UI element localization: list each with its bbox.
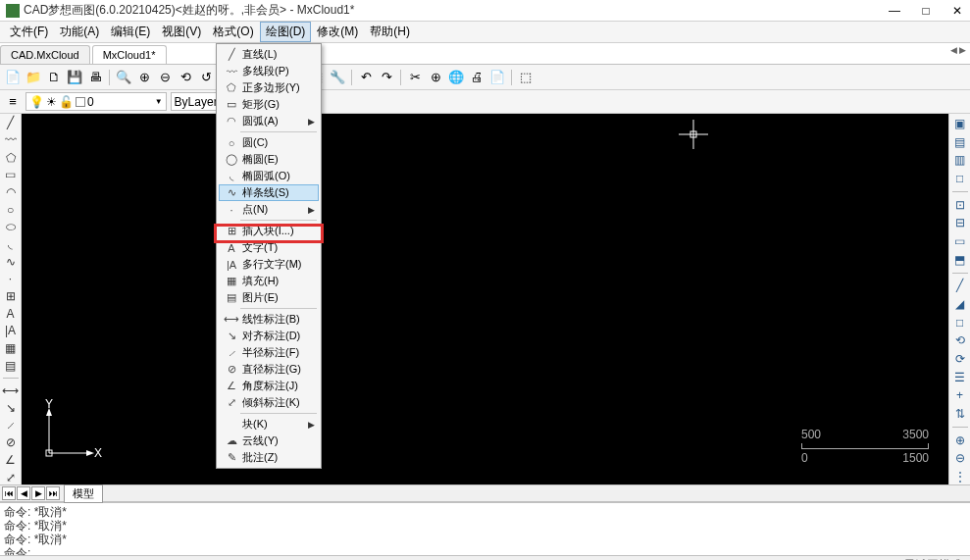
menu-item-点n[interactable]: ·点(N)▶ <box>219 201 319 218</box>
toolbar-button-10[interactable]: ↺ <box>197 69 215 86</box>
menu-item-块k[interactable]: 块(K)▶ <box>219 416 319 433</box>
menu-item-圆弧a[interactable]: ◠圆弧(A)▶ <box>219 113 319 129</box>
modify-tool-20[interactable]: ⊖ <box>951 451 969 467</box>
draw-tool-21[interactable]: ⤢ <box>2 470 20 484</box>
menu-item-直线l[interactable]: ╱直线(L) <box>219 46 319 63</box>
menu-item-角度标注j[interactable]: ∠角度标注(J) <box>219 378 319 394</box>
draw-tool-19[interactable]: ⊘ <box>2 435 20 450</box>
toolbar-button-6[interactable]: 🔍 <box>115 69 132 86</box>
menu-edit[interactable]: 编辑(E) <box>105 22 156 42</box>
menu-item-椭圆弧o[interactable]: ◟椭圆弧(O) <box>219 168 319 184</box>
modify-tool-6[interactable]: ⊟ <box>951 215 969 230</box>
menu-format[interactable]: 格式(O) <box>207 22 259 42</box>
modify-tool-2[interactable]: ▥ <box>951 152 969 168</box>
modify-tool-11[interactable]: ◢ <box>951 296 969 312</box>
maximize-button[interactable]: □ <box>919 4 933 18</box>
draw-tool-18[interactable]: ⟋ <box>2 418 20 433</box>
toolbar-button-22[interactable]: ✂ <box>406 69 424 86</box>
menu-item-云线y[interactable]: ☁云线(Y) <box>219 433 319 449</box>
menu-item-对齐标注d[interactable]: ↘对齐标注(D) <box>219 328 319 344</box>
menu-item-样条线s[interactable]: ∿样条线(S) <box>219 184 319 201</box>
menu-item-椭圆e[interactable]: ◯椭圆(E) <box>219 151 319 168</box>
draw-tool-13[interactable]: ▦ <box>2 341 20 356</box>
menu-function[interactable]: 功能(A) <box>54 22 105 42</box>
modify-tool-0[interactable]: ▣ <box>951 116 969 131</box>
menu-item-半径标注f[interactable]: ⟋半径标注(F) <box>219 344 319 361</box>
menu-view[interactable]: 视图(V) <box>156 22 207 42</box>
toolbar-button-28[interactable]: ⬚ <box>517 69 535 86</box>
toolbar-button-26[interactable]: 📄 <box>488 69 506 86</box>
minimize-button[interactable]: — <box>888 4 901 18</box>
toolbar-button-3[interactable]: 💾 <box>66 69 83 86</box>
draw-tool-7[interactable]: ◟ <box>2 237 20 252</box>
menu-item-插入块i...[interactable]: ⊞插入块(I...) <box>219 223 319 239</box>
modify-tool-7[interactable]: ▭ <box>951 233 969 249</box>
modify-tool-13[interactable]: ⟲ <box>951 332 969 348</box>
command-input[interactable]: 命令: <box>4 546 966 555</box>
modify-tool-3[interactable]: □ <box>951 171 969 186</box>
modify-tool-10[interactable]: ╱ <box>951 278 969 293</box>
draw-tool-1[interactable]: 〰 <box>2 133 20 148</box>
toolbar-button-7[interactable]: ⊕ <box>135 69 153 86</box>
modify-tool-1[interactable]: ▤ <box>951 134 969 150</box>
draw-tool-9[interactable]: · <box>2 272 20 286</box>
draw-tool-17[interactable]: ↘ <box>2 401 20 416</box>
menu-help[interactable]: 帮助(H) <box>364 22 416 42</box>
menu-item-正多边形y[interactable]: ⬠正多边形(Y) <box>219 79 319 96</box>
modify-tool-17[interactable]: ⇅ <box>951 406 969 422</box>
tab-first[interactable]: ⏮ <box>2 486 16 500</box>
modify-tool-5[interactable]: ⊡ <box>951 197 969 213</box>
draw-tool-14[interactable]: ▤ <box>2 358 20 373</box>
menu-item-多行文字m[interactable]: |A多行文字(M) <box>219 256 319 273</box>
menu-item-文字t[interactable]: A文字(T) <box>219 239 319 256</box>
draw-tool-4[interactable]: ◠ <box>2 185 20 200</box>
draw-tool-0[interactable]: ╱ <box>2 116 20 130</box>
modify-tool-21[interactable]: ⋮ <box>951 469 969 484</box>
close-button[interactable]: ✕ <box>950 4 964 18</box>
model-tab[interactable]: 模型 <box>64 484 103 503</box>
toolbar-button-17[interactable]: 🔧 <box>329 69 346 86</box>
modify-tool-14[interactable]: ⟳ <box>951 351 969 367</box>
menu-item-直径标注g[interactable]: ⊘直径标注(G) <box>219 361 319 378</box>
toolbar-button-4[interactable]: 🖶 <box>86 69 104 86</box>
drawing-canvas[interactable]: Y X 5003500 01500 <box>22 114 948 484</box>
modify-tool-16[interactable]: + <box>951 388 969 404</box>
toolbar-button-2[interactable]: 🗋 <box>45 69 63 86</box>
modify-tool-8[interactable]: ⬒ <box>951 252 969 268</box>
toolbar-button-1[interactable]: 📁 <box>25 69 42 86</box>
draw-tool-3[interactable]: ▭ <box>2 168 20 182</box>
tab-scroll-right[interactable]: ▶ <box>959 45 966 55</box>
draw-tool-10[interactable]: ⊞ <box>2 289 20 304</box>
tab-scroll-left[interactable]: ◀ <box>950 45 957 55</box>
menu-modify[interactable]: 修改(M) <box>311 22 364 42</box>
draw-tool-6[interactable]: ⬭ <box>2 220 20 234</box>
draw-tool-12[interactable]: |A <box>2 324 20 338</box>
draw-tool-20[interactable]: ∠ <box>2 453 20 468</box>
layer-icon[interactable]: ≡ <box>4 93 22 111</box>
draw-tool-8[interactable]: ∿ <box>2 254 20 269</box>
toolbar-button-25[interactable]: 🖨 <box>468 69 485 86</box>
toolbar-button-19[interactable]: ↶ <box>357 69 375 86</box>
menu-item-批注z[interactable]: ✎批注(Z) <box>219 449 319 466</box>
toolbar-button-20[interactable]: ↷ <box>378 69 395 86</box>
modify-tool-15[interactable]: ☰ <box>951 370 969 385</box>
tab-mxcloud1[interactable]: MxCloud1* <box>92 45 167 64</box>
tab-cadmxcloud[interactable]: CAD.MxCloud <box>0 45 90 64</box>
draw-tool-11[interactable]: A <box>2 306 20 321</box>
menu-item-圆c[interactable]: ○圆(C) <box>219 134 319 151</box>
menu-item-图片e[interactable]: ▤图片(E) <box>219 289 319 306</box>
menu-item-线性标注b[interactable]: ⟷线性标注(B) <box>219 311 319 328</box>
toolbar-button-8[interactable]: ⊖ <box>156 69 174 86</box>
tab-prev[interactable]: ◀ <box>17 486 30 500</box>
tab-next[interactable]: ▶ <box>31 486 45 500</box>
menu-draw[interactable]: 绘图(D) <box>260 22 312 42</box>
menu-item-多线段p[interactable]: 〰多线段(P) <box>219 63 319 79</box>
modify-tool-12[interactable]: □ <box>951 315 969 331</box>
menu-item-矩形g[interactable]: ▭矩形(G) <box>219 96 319 113</box>
layer-selector[interactable]: 💡 ☀ 🔓 0 ▼ <box>26 92 167 111</box>
toolbar-button-0[interactable]: 📄 <box>4 69 22 86</box>
toolbar-button-24[interactable]: 🌐 <box>447 69 465 86</box>
toolbar-button-9[interactable]: ⟲ <box>177 69 194 86</box>
tab-last[interactable]: ⏭ <box>46 486 60 500</box>
toolbar-button-23[interactable]: ⊕ <box>427 69 444 86</box>
